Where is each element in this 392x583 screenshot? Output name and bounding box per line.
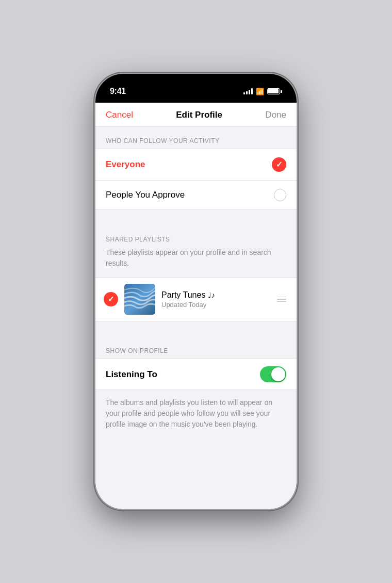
everyone-label: Everyone — [106, 159, 145, 170]
everyone-check-icon: ✓ — [272, 157, 286, 172]
playlist-name: Party Tunes ♩♪ — [161, 290, 269, 300]
phone-outer: 9:41 📶 — [95, 74, 297, 509]
show-on-profile-header: SHOW ON PROFILE — [95, 337, 297, 359]
signal-bars-icon — [243, 88, 253, 94]
music-notes-icon: ♩♪ — [208, 291, 215, 299]
wifi-icon: 📶 — [256, 88, 264, 95]
people-you-approve-option[interactable]: People You Approve — [95, 181, 297, 209]
phone-frame: 9:41 📶 — [0, 0, 392, 583]
cancel-button[interactable]: Cancel — [106, 110, 133, 120]
who-can-follow-section: WHO CAN FOLLOW YOUR ACTIVITY Everyone ✓ … — [95, 127, 297, 210]
everyone-option[interactable]: Everyone ✓ — [95, 149, 297, 181]
shared-playlists-section: SHARED PLAYLISTS These playlists appear … — [95, 225, 297, 321]
page-title: Edit Profile — [133, 110, 265, 120]
playlist-artwork — [124, 284, 155, 315]
shared-playlists-header: SHARED PLAYLISTS — [95, 225, 297, 247]
app-content: Cancel Edit Profile Done WHO CAN FOLLOW … — [95, 103, 297, 509]
follow-options-list: Everyone ✓ People You Approve — [95, 149, 297, 210]
people-you-approve-label: People You Approve — [106, 190, 185, 200]
playlist-info: Party Tunes ♩♪ Updated Today — [161, 290, 269, 309]
battery-icon — [267, 88, 282, 94]
playlist-checkbox-icon[interactable]: ✓ — [104, 292, 118, 306]
status-time: 9:41 — [110, 87, 126, 96]
toggle-knob — [271, 367, 285, 381]
nav-bar: Cancel Edit Profile Done — [95, 103, 297, 127]
status-icons: 📶 — [243, 88, 282, 95]
who-can-follow-header: WHO CAN FOLLOW YOUR ACTIVITY — [95, 127, 297, 149]
listening-to-toggle[interactable] — [260, 366, 286, 382]
status-bar: 9:41 📶 — [95, 74, 297, 103]
playlist-item[interactable]: ✓ — [95, 277, 297, 321]
drag-handle-icon[interactable] — [275, 295, 288, 304]
dynamic-island — [165, 79, 227, 96]
shared-playlists-description: These playlists appear on your profile a… — [95, 247, 297, 277]
listening-to-toggle-item: Listening To — [95, 359, 297, 390]
phone-screen: 9:41 📶 — [95, 74, 297, 509]
show-on-profile-section: SHOW ON PROFILE Listening To The albums … — [95, 337, 297, 437]
people-you-approve-radio — [274, 189, 286, 201]
playlist-updated: Updated Today — [161, 301, 269, 309]
listening-to-label: Listening To — [106, 369, 157, 380]
listening-to-description: The albums and playlists you listen to w… — [95, 390, 297, 437]
done-button[interactable]: Done — [265, 110, 286, 120]
